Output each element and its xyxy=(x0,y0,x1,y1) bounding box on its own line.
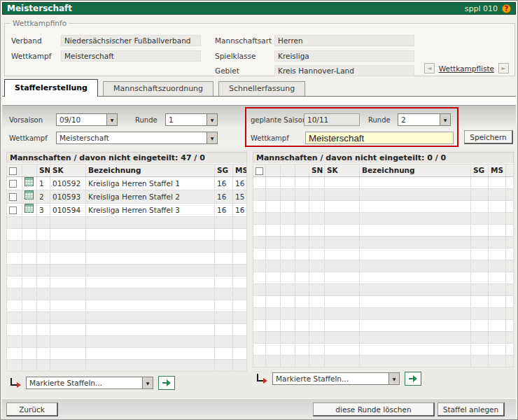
left-action-select[interactable]: Markierte Staffeln... ▼ xyxy=(26,377,153,389)
staffel-row: 1010592Kreisliga Herren Staffel 11616 xyxy=(7,177,247,190)
row-checkbox-cell xyxy=(7,204,22,217)
tab-schnellerfassung[interactable]: Schnellerfassung xyxy=(218,81,305,96)
bottom-bar: Zurück diese Runde löschen Staffel anleg… xyxy=(2,398,516,419)
sg-column-header: SG xyxy=(215,164,233,177)
vorsaison-select[interactable]: 09/10 ▼ xyxy=(56,113,118,126)
empty-cell xyxy=(471,213,489,225)
empty-cell xyxy=(233,336,247,348)
dropdown-arrow-icon[interactable]: ▼ xyxy=(440,114,450,125)
empty-cell xyxy=(309,213,325,225)
empty-cell xyxy=(489,177,506,189)
back-button[interactable]: Zurück xyxy=(6,402,58,416)
empty-cell xyxy=(360,356,471,368)
select-all-checkbox[interactable] xyxy=(255,167,263,175)
table-grid-icon[interactable] xyxy=(24,204,34,213)
empty-cell xyxy=(7,324,22,336)
empty-cell xyxy=(489,344,506,356)
dropdown-arrow-icon[interactable]: ▼ xyxy=(206,114,217,125)
table-grid-icon[interactable] xyxy=(24,177,34,186)
tab-staffelerstellung[interactable]: Staffelerstellung xyxy=(4,79,98,97)
empty-cell xyxy=(86,229,215,241)
empty-cell xyxy=(489,201,506,213)
empty-cell xyxy=(489,320,506,332)
row-checkbox[interactable] xyxy=(9,180,17,188)
sg-column-header: SG xyxy=(471,164,489,177)
geplante-saison-value: 10/11 xyxy=(304,113,360,126)
staffel-row xyxy=(253,248,514,260)
dropdown-arrow-icon[interactable]: ▼ xyxy=(106,114,117,125)
dropdown-arrow-icon[interactable]: ▼ xyxy=(388,373,399,384)
staffel-row xyxy=(253,225,514,237)
right-table-body xyxy=(253,177,514,368)
dropdown-arrow-icon[interactable]: ▼ xyxy=(206,132,217,144)
delete-round-button[interactable]: diese Runde löschen xyxy=(313,402,435,416)
help-icon[interactable]: ? xyxy=(502,4,511,13)
wettkampfliste-nav: ◄ Wettkampfliste ► xyxy=(424,63,509,74)
dropdown-arrow-icon[interactable]: ▼ xyxy=(142,377,153,388)
empty-cell xyxy=(471,260,489,272)
empty-cell xyxy=(86,265,215,276)
bezeichnung-column-header: Bezeichnung xyxy=(86,164,215,177)
empty-cell xyxy=(50,253,86,265)
empty-cell xyxy=(37,253,50,265)
select-all-cell xyxy=(7,164,22,177)
empty-cell xyxy=(22,253,37,265)
runde-next-value: 2 xyxy=(398,115,440,124)
tab-mannschaftszuordnung[interactable]: Mannschaftszuordnung xyxy=(103,81,214,96)
empty-cell xyxy=(253,296,266,308)
next-wettkampf-button[interactable]: ► xyxy=(498,63,509,74)
empty-cell xyxy=(295,284,309,296)
verband-value: Niedersächsischer Fußballverband xyxy=(61,35,201,46)
left-go-button[interactable] xyxy=(158,376,175,390)
right-go-button[interactable] xyxy=(405,372,421,386)
select-all-cell xyxy=(253,164,266,177)
wettkampf-prev-select[interactable]: Meisterschaft ▼ xyxy=(56,132,218,144)
create-staffel-button[interactable]: Staffel anlegen xyxy=(438,402,505,416)
staffel-row xyxy=(253,296,514,308)
empty-cell xyxy=(22,348,37,360)
select-all-checkbox[interactable] xyxy=(9,167,17,175)
spielklasse-label: Spielklasse xyxy=(215,52,255,60)
empty-cell xyxy=(281,320,295,332)
empty-cell xyxy=(281,308,295,320)
empty-cell xyxy=(7,288,22,300)
empty-cell xyxy=(309,284,325,296)
row-checkbox[interactable] xyxy=(9,206,17,214)
empty-cell xyxy=(325,296,360,308)
runde-next-select[interactable]: 2 ▼ xyxy=(398,113,451,126)
row-checkbox[interactable] xyxy=(9,193,17,201)
prev-wettkampf-button[interactable]: ◄ xyxy=(424,63,435,74)
empty-cell xyxy=(253,344,266,356)
table-grid-icon[interactable] xyxy=(24,190,34,200)
empty-cell xyxy=(86,276,215,288)
empty-cell xyxy=(471,296,489,308)
gebiet-value: Kreis Hannover-Land xyxy=(274,65,414,76)
empty-cell xyxy=(266,296,281,308)
empty-cell xyxy=(266,356,281,368)
runde-prev-select[interactable]: 1 ▼ xyxy=(165,113,218,126)
right-table-header-row: SN SK Bezeichnung SG MS xyxy=(253,164,514,177)
empty-cell xyxy=(22,276,37,288)
staffel-row xyxy=(253,213,514,225)
empty-cell xyxy=(325,308,360,320)
save-button[interactable]: Speichern xyxy=(464,130,513,144)
staffel-row xyxy=(7,300,247,312)
right-action-select[interactable]: Markierte Staffeln... ▼ xyxy=(272,372,400,385)
empty-cell xyxy=(253,177,266,189)
wettkampf-next-input[interactable] xyxy=(305,132,454,144)
empty-cell xyxy=(489,356,506,368)
wettkampfliste-link[interactable]: Wettkampfliste xyxy=(439,64,494,73)
empty-cell xyxy=(215,253,233,265)
left-panel: Mannschaften / davon nicht eingeteilt: 4… xyxy=(6,152,247,391)
vorsaison-label: Vorsaison xyxy=(9,116,43,124)
empty-cell xyxy=(50,276,86,288)
empty-cell xyxy=(233,253,247,265)
staffel-row: 2010593Kreisliga Herren Staffel 21615 xyxy=(7,190,247,204)
empty-cell xyxy=(281,332,295,344)
empty-cell xyxy=(37,300,50,312)
staffel-row xyxy=(253,177,514,189)
empty-cell xyxy=(295,320,309,332)
empty-cell xyxy=(295,225,309,237)
empty-cell xyxy=(360,296,471,308)
spielklasse-value: Kreisliga xyxy=(274,50,414,62)
